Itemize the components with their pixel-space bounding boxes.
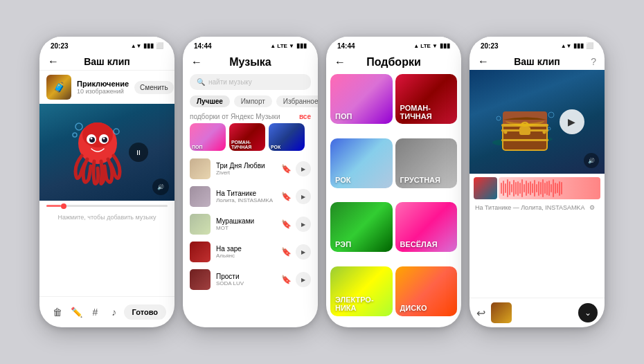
p2-section-header: подборки от Яндекс Музыки все [183, 111, 318, 123]
waveform-bar [526, 181, 527, 196]
track-item-3[interactable]: Мурашками МОТ 🔖 ▶ [183, 210, 318, 238]
track-artist-2: Лолита, INSTASAMKA [216, 197, 276, 203]
time-2: 14:44 [194, 42, 212, 50]
waveform-bar [509, 181, 510, 195]
status-bar-1: 20:23 ▲▼ ▮▮▮ ⬜ [39, 37, 175, 52]
grid-genre-fun[interactable]: ВЕСЁЛАЯ [395, 202, 458, 252]
p1-track-sub: 10 изображений [77, 88, 129, 95]
waveform-bar [503, 181, 504, 196]
svg-point-21 [542, 131, 546, 134]
volume-button-1[interactable]: 🔊 [152, 179, 169, 195]
p1-add-music[interactable]: Нажмите, чтобы добавить музыку [39, 208, 175, 226]
undo-button-4[interactable]: ↩ [476, 307, 485, 320]
track-item-5[interactable]: Прости SODA LUV 🔖 ▶ [183, 266, 318, 293]
p1-progress-bar[interactable] [46, 205, 168, 207]
track-info-4: На заре Альянс [216, 245, 276, 259]
play-button-2[interactable]: ▶ [296, 189, 311, 204]
grid-genre-romantic[interactable]: РОМАН-ТИЧНАЯ [395, 74, 458, 124]
back-button-1[interactable]: ← [48, 55, 59, 68]
svg-point-23 [548, 112, 554, 118]
waveform-bar [538, 181, 539, 196]
timeline-thumb-4 [474, 177, 497, 199]
music-icon[interactable]: ♪ [105, 302, 123, 322]
settings-icon-4[interactable]: ⚙ [589, 204, 595, 211]
back-button-2[interactable]: ← [191, 56, 202, 69]
phone-4: 20:23 ▲▼ ▮▮▮ ⬜ ← Ваш клип ? [469, 37, 605, 327]
grid-genre-electro[interactable]: ЭЛЕКТРО-НИКА [330, 266, 393, 316]
genre-rock-2[interactable]: РОК [269, 123, 305, 151]
p4-track-info-row: На Титанике — Лолита, INSTASAMKA ⚙ [469, 203, 605, 214]
down-button-4[interactable]: ⌄ [578, 303, 598, 322]
tab-import[interactable]: Импорт [234, 95, 272, 107]
phone-1: 20:23 ▲▼ ▮▮▮ ⬜ ← Ваш клип 🧳 Приключение … [39, 37, 175, 327]
track-item-2[interactable]: На Титанике Лолита, INSTASAMKA 🔖 ▶ [183, 183, 318, 210]
play-button-3[interactable]: ▶ [296, 217, 311, 232]
status-icons-3: ▲ LTE ▼ ▮▮▮ [413, 42, 450, 49]
waveform-bar [517, 181, 519, 196]
track-thumb-5 [190, 269, 211, 290]
back-button-3[interactable]: ← [334, 56, 346, 69]
track-info-5: Прости SODA LUV [216, 273, 276, 286]
help-icon-4[interactable]: ? [591, 56, 596, 67]
waveform-bar [551, 184, 552, 193]
play-button-5[interactable]: ▶ [296, 272, 311, 287]
waveform-bar [507, 179, 508, 197]
p1-album-thumb: 🧳 [46, 75, 71, 100]
play-button-main-4[interactable]: ▶ [560, 109, 584, 134]
waveform-bar [548, 181, 550, 196]
track-thumb-1 [190, 158, 211, 179]
svg-point-20 [503, 131, 507, 134]
track-artist-3: МОТ [216, 225, 276, 231]
track-artist-4: Альянс [216, 253, 276, 259]
done-button-1[interactable]: Готово [124, 304, 166, 320]
octopus-illustration [66, 114, 129, 190]
track-item-1[interactable]: Три Дня Любви Zivert 🔖 ▶ [183, 155, 318, 183]
waveform-bar [511, 184, 512, 192]
waveform-bar [521, 179, 523, 198]
grid-genre-pop[interactable]: ПОП [330, 74, 393, 124]
bookmark-icon-2[interactable]: 🔖 [281, 192, 292, 201]
p1-progress-fill [46, 205, 61, 207]
p2-header: ← Музыка [183, 52, 318, 71]
track-item-4[interactable]: На заре Альянс 🔖 ▶ [183, 238, 318, 266]
edit-icon[interactable]: ✏️ [66, 302, 85, 322]
p3-header: ← Подборки [326, 52, 461, 74]
back-button-4[interactable]: ← [478, 55, 489, 68]
bookmark-icon-4[interactable]: 🔖 [281, 247, 292, 257]
trash-icon[interactable]: 🗑 [48, 302, 66, 322]
grid-genre-sad[interactable]: ГРУСТНАЯ [395, 138, 458, 188]
genre-pop-2[interactable]: ПОП [190, 123, 226, 151]
play-button-4[interactable]: ▶ [296, 244, 311, 260]
waveform-bars [499, 177, 600, 199]
change-button-1[interactable]: Сменить [134, 81, 174, 94]
battery-icon-1: ▮▮▮ ⬜ [143, 42, 163, 49]
status-bar-2: 14:44 ▲ LTE ▼ ▮▮▮ [183, 37, 318, 52]
bookmark-icon-1[interactable]: 🔖 [281, 164, 292, 174]
bookmark-icon-3[interactable]: 🔖 [281, 219, 292, 229]
phones-container: 20:23 ▲▼ ▮▮▮ ⬜ ← Ваш клип 🧳 Приключение … [26, 23, 618, 341]
hashtag-icon[interactable]: # [86, 302, 105, 322]
tab-favorites[interactable]: Избранное [276, 95, 318, 107]
status-icons-2: ▲ LTE ▼ ▮▮▮ [270, 42, 307, 49]
grid-genre-disco[interactable]: ДИСКО [395, 266, 458, 316]
search-bar-2[interactable]: 🔍 найти музыку [190, 74, 311, 90]
volume-icon-4[interactable]: 🔊 [584, 153, 599, 168]
svg-point-22 [497, 116, 501, 120]
track-name-3: Мурашками [216, 217, 276, 225]
p1-bottom-tools: 🗑 ✏️ # ♪ Готово [39, 296, 175, 327]
svg-point-9 [75, 123, 82, 130]
bookmark-icon-5[interactable]: 🔖 [281, 275, 292, 284]
battery-icon-2: ▮▮▮ [296, 42, 307, 49]
grid-genre-rock[interactable]: РОК [330, 138, 393, 188]
p2-section-all[interactable]: все [299, 113, 311, 120]
p4-waveform[interactable] [499, 177, 600, 199]
grid-genre-pop-label: ПОП [335, 112, 352, 120]
p4-timeline[interactable] [469, 174, 605, 203]
genre-romantic-2[interactable]: РОМАН-ТИЧНАЯ [229, 123, 265, 151]
svg-point-6 [90, 138, 92, 140]
tab-best[interactable]: Лучшее [190, 95, 230, 107]
battery-icon-4: ▮▮▮ ⬜ [573, 42, 593, 49]
grid-genre-rap[interactable]: РЭП [330, 202, 393, 252]
play-button-1[interactable]: ▶ [296, 161, 311, 176]
pause-button-1[interactable]: ⏸ [129, 143, 148, 162]
